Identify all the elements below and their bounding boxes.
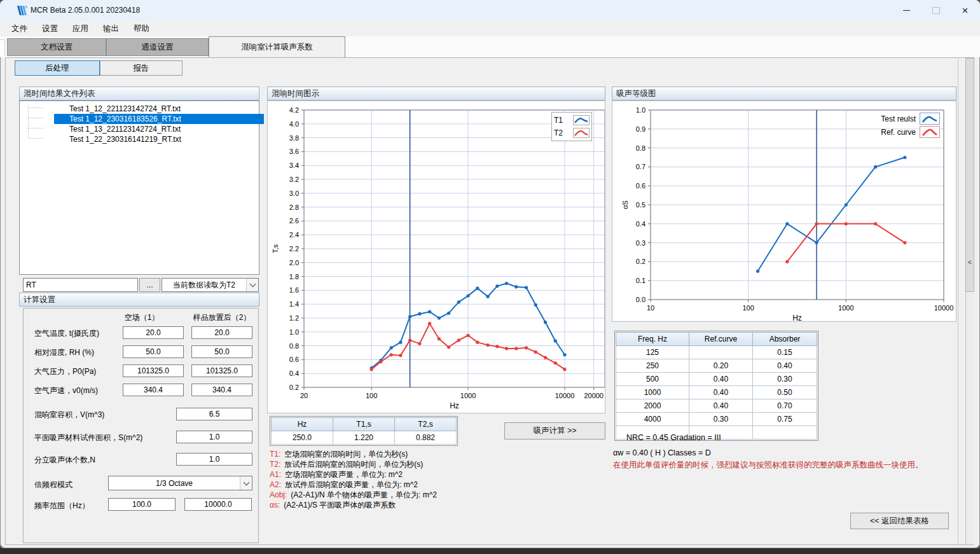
col-header-empty-room: 空场（1） [111, 312, 172, 323]
temp-field-2[interactable] [191, 326, 252, 339]
svg-text:Hz: Hz [792, 314, 802, 321]
close-icon: × [962, 5, 969, 16]
tab-channel-settings[interactable]: 通道设置 [106, 38, 209, 56]
humidity-field-1[interactable] [123, 345, 184, 358]
subtab-report[interactable]: 报告 [100, 60, 183, 76]
humidity-field-2[interactable] [191, 345, 252, 358]
sound-speed-label: 空气声速，v0(m/s) [34, 385, 98, 396]
menu-settings[interactable]: 设置 [37, 22, 63, 36]
svg-text:1.0: 1.0 [636, 106, 645, 114]
note-t2: T2:放试件后混响室的混响时间，单位为秒(s) [270, 459, 423, 470]
svg-text:T,s: T,s [272, 244, 279, 253]
octave-mode-combo[interactable]: 1/3 Octave [108, 476, 252, 490]
svg-text:0.5: 0.5 [636, 201, 645, 209]
svg-text:1.0: 1.0 [289, 328, 299, 336]
test-result-curve-icon [920, 113, 940, 125]
grade-chart-header: 吸声等级图 [612, 87, 956, 100]
nrc-result: NRC = 0.45 Gradation = III [626, 433, 721, 442]
grade-col-ref: Ref.curve [689, 333, 753, 346]
menu-apply[interactable]: 应用 [67, 22, 93, 36]
svg-text:4.2: 4.2 [289, 106, 299, 114]
file-list[interactable]: Test 1_12_221123142724_RT.txt Test 1_12_… [19, 100, 259, 275]
sound-speed-field-1[interactable] [123, 384, 184, 396]
tree-line [28, 138, 45, 139]
file-item[interactable]: Test 1_22_230316141219_RT.txt [54, 134, 264, 144]
file-item[interactable]: Test 1_13_221123142724_RT.txt [54, 124, 264, 134]
tabstrip-edge-notch [0, 39, 5, 56]
close-button[interactable]: × [951, 0, 979, 20]
cursor-hz-value: 250.0 [272, 431, 333, 445]
svg-text:10: 10 [647, 304, 654, 312]
cursor-col-t2: T2,s [395, 418, 457, 431]
svg-text:20: 20 [300, 392, 308, 399]
maximize-button[interactable] [921, 0, 950, 20]
app-window: MCR Beta 2.05.0.001 20230418 × 文件 设置 应用 … [0, 0, 980, 548]
calc-panel-header: 计算设置 [19, 293, 259, 307]
rt-chart[interactable]: 0.20.40.60.81.01.21.41.61.82.02.22.42.62… [268, 101, 605, 413]
back-to-results-button[interactable]: << 返回结果表格 [850, 513, 949, 529]
file-item[interactable]: Test 1_12_221123142724_RT.txt [54, 104, 264, 114]
data-read-combo[interactable]: 当前数据读取为T2 [162, 278, 259, 292]
cursor-t2-value: 0.882 [395, 431, 457, 445]
svg-text:0.2: 0.2 [289, 384, 299, 391]
svg-text:4.0: 4.0 [289, 120, 299, 128]
collapse-panel-button[interactable]: < [966, 257, 974, 267]
svg-text:1000: 1000 [460, 392, 476, 399]
svg-text:0.6: 0.6 [636, 182, 645, 190]
title-bar: MCR Beta 2.05.0.001 20230418 × [0, 0, 980, 21]
note-a1: A1:空场混响室的吸声量，单位为: m^2 [270, 469, 403, 480]
note-t1: T1:空场混响室的混响时间，单位为秒(s) [270, 449, 408, 460]
freq-max-field[interactable] [184, 498, 252, 511]
sound-speed-field-2[interactable] [191, 384, 252, 396]
svg-text:0.4: 0.4 [636, 220, 645, 228]
grade-col-freq: Freq. Hz [616, 333, 689, 346]
freq-range-label: 频率范围（Hz） [34, 501, 90, 511]
absorption-calc-button[interactable]: 吸声计算 >> [504, 422, 605, 440]
svg-text:0.8: 0.8 [636, 144, 645, 152]
svg-text:0.8: 0.8 [289, 342, 299, 350]
minimize-icon [903, 10, 910, 11]
grade-legend-test: Test reulst [866, 113, 940, 125]
tab-reverb-absorption[interactable]: 混响室计算吸声系数 [209, 36, 345, 57]
svg-text:100: 100 [742, 304, 754, 312]
svg-text:1.2: 1.2 [289, 314, 299, 322]
room-volume-field[interactable] [176, 408, 252, 420]
tree-line [28, 107, 45, 108]
legend-label-t2: T2 [554, 128, 563, 137]
maximize-icon [932, 7, 940, 14]
svg-text:αS: αS [621, 200, 629, 209]
browse-button[interactable]: ... [139, 278, 160, 292]
file-item-selected[interactable]: Test 1_12_230316183526_RT.txt [54, 114, 264, 124]
rt-name-input[interactable] [23, 278, 138, 292]
menu-help[interactable]: 帮助 [128, 22, 155, 36]
tree-line [28, 118, 45, 118]
menu-output[interactable]: 输出 [98, 22, 124, 36]
legend-label-t1: T1 [554, 116, 563, 125]
svg-text:2.8: 2.8 [289, 204, 299, 211]
cursor-table: Hz T1,s T2,s 250.0 1.220 0.882 [270, 416, 458, 446]
rt-chart-header: 混响时间图示 [267, 87, 605, 100]
window-title: MCR Beta 2.05.0.001 20230418 [31, 6, 140, 15]
freq-min-field[interactable] [108, 498, 176, 511]
subtab-postprocess[interactable]: 后处理 [15, 60, 100, 76]
files-panel-header: 混时间结果文件列表 [19, 87, 259, 100]
absorber-count-field[interactable] [176, 453, 252, 466]
minimize-button[interactable] [892, 0, 921, 20]
svg-text:0.1: 0.1 [636, 277, 645, 284]
menu-file[interactable]: 文件 [6, 22, 32, 36]
tab-document-settings[interactable]: 文档设置 [7, 38, 106, 56]
cursor-col-hz: Hz [272, 418, 333, 431]
col-header-with-sample: 样品放置后（2） [184, 312, 259, 323]
svg-text:1.6: 1.6 [289, 286, 299, 294]
pressure-field-2[interactable] [191, 364, 252, 377]
chevron-down-icon[interactable] [246, 279, 258, 291]
svg-text:0.6: 0.6 [289, 356, 299, 363]
octave-mode-label: 倍频程模式 [34, 480, 72, 490]
temp-field-1[interactable] [123, 326, 184, 339]
svg-text:2.2: 2.2 [289, 245, 299, 253]
pressure-field-1[interactable] [123, 364, 184, 377]
grade-row: 10000.400.50 [616, 386, 817, 399]
sample-area-field[interactable] [176, 431, 252, 443]
chevron-down-icon[interactable] [240, 476, 252, 490]
svg-text:0.0: 0.0 [636, 296, 645, 303]
